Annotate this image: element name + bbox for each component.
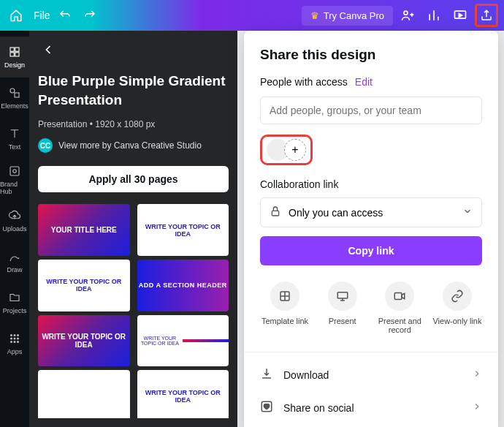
share-title: Share this design <box>260 47 482 63</box>
back-button[interactable] <box>38 39 58 60</box>
thumb-1[interactable]: YOUR TITLE HERE <box>38 204 130 256</box>
nav-uploads[interactable]: Uploads <box>0 200 29 241</box>
chevron-right-icon <box>472 401 482 414</box>
svg-point-9 <box>13 170 17 173</box>
side-nav: Design Elements Text Brand Hub Uploads D… <box>0 31 29 427</box>
nav-elements[interactable]: Elements <box>0 78 29 118</box>
svg-point-11 <box>14 334 16 336</box>
byline-text: View more by Canva Creative Studio <box>58 140 202 151</box>
edit-access-link[interactable]: Edit <box>355 76 373 88</box>
svg-point-6 <box>10 88 15 93</box>
analytics-button[interactable] <box>422 4 446 27</box>
try-pro-label: Try Canva Pro <box>324 10 384 21</box>
nav-text[interactable]: Text <box>0 118 29 159</box>
thumb-3[interactable]: WRITE YOUR TOPIC OR IDEA <box>38 260 130 311</box>
template-link-option[interactable]: Template link <box>260 281 310 334</box>
thumb-7[interactable] <box>38 370 130 418</box>
thumb-4[interactable]: ADD A SECTION HEADER <box>137 260 229 311</box>
topbar: File ♛ Try Canva Pro <box>0 0 504 31</box>
svg-point-10 <box>10 334 12 336</box>
author-avatar: CC <box>38 138 53 153</box>
access-value: Only you can access <box>289 207 383 219</box>
file-menu[interactable]: File <box>34 10 50 21</box>
svg-point-14 <box>14 338 16 340</box>
present-option[interactable]: Present <box>318 281 367 334</box>
thumb-2[interactable]: WRITE YOUR TOPIC OR IDEA <box>137 204 229 256</box>
svg-rect-7 <box>15 93 19 97</box>
share-social-menuitem[interactable]: Share on social <box>260 391 482 424</box>
svg-point-18 <box>17 341 19 343</box>
svg-rect-8 <box>10 167 19 175</box>
template-thumbs: YOUR TITLE HERE WRITE YOUR TOPIC OR IDEA… <box>38 204 229 418</box>
add-people-input[interactable] <box>260 97 482 124</box>
chevron-right-icon <box>472 369 482 381</box>
undo-button[interactable] <box>55 5 75 26</box>
nav-projects[interactable]: Projects <box>0 282 29 323</box>
svg-point-16 <box>10 341 12 343</box>
svg-rect-4 <box>10 53 14 56</box>
download-menuitem[interactable]: Download <box>260 358 482 391</box>
svg-rect-19 <box>272 211 278 216</box>
template-byline[interactable]: CC View more by Canva Creative Studio <box>38 138 229 153</box>
download-icon <box>260 367 273 382</box>
svg-point-13 <box>10 338 12 340</box>
home-button[interactable] <box>6 5 26 26</box>
heart-icon <box>260 400 273 415</box>
svg-rect-3 <box>15 48 19 51</box>
svg-rect-5 <box>15 53 19 56</box>
invite-button[interactable] <box>396 4 419 27</box>
template-title: Blue Purple Simple Gradient Presentation <box>38 72 229 109</box>
svg-rect-2 <box>10 48 14 51</box>
svg-point-0 <box>404 11 408 15</box>
crown-icon: ♛ <box>310 10 319 21</box>
copy-link-button[interactable]: Copy link <box>260 236 482 265</box>
chevron-down-icon <box>462 206 473 219</box>
thumb-6[interactable]: WRITE YOUR TOPIC OR IDEA <box>137 315 229 367</box>
nav-draw[interactable]: Draw <box>0 241 29 282</box>
share-panel: Share this design People with access Edi… <box>244 31 498 427</box>
add-person-button[interactable]: + <box>284 139 306 161</box>
people-access-label: People with access <box>260 76 348 88</box>
nav-apps[interactable]: Apps <box>0 323 29 364</box>
nav-brand-hub[interactable]: Brand Hub <box>0 159 29 200</box>
thumb-5[interactable]: WRITE YOUR TOPIC OR IDEA <box>38 315 130 367</box>
access-dropdown[interactable]: Only you can access <box>260 197 482 227</box>
lock-icon <box>270 205 281 219</box>
svg-point-12 <box>17 334 19 336</box>
view-only-link-option[interactable]: View-only link <box>432 281 482 334</box>
apply-all-button[interactable]: Apply all 30 pages <box>38 166 229 192</box>
redo-button[interactable] <box>80 5 100 26</box>
present-button[interactable] <box>448 4 472 27</box>
svg-point-15 <box>17 338 19 340</box>
thumb-8[interactable]: WRITE YOUR TOPIC OR IDEA <box>137 370 229 418</box>
template-meta: Presentation • 1920 x 1080 px <box>38 119 229 129</box>
collab-link-label: Collaboration link <box>260 178 482 190</box>
template-panel: Blue Purple Simple Gradient Presentation… <box>29 31 237 427</box>
share-button[interactable] <box>475 4 498 27</box>
svg-rect-21 <box>337 292 348 298</box>
svg-point-17 <box>14 341 16 343</box>
svg-rect-22 <box>395 293 402 300</box>
people-avatars: + <box>260 135 313 165</box>
nav-design[interactable]: Design <box>0 37 29 78</box>
try-pro-button[interactable]: ♛ Try Canva Pro <box>302 6 393 26</box>
present-record-option[interactable]: Present and record <box>375 281 424 334</box>
